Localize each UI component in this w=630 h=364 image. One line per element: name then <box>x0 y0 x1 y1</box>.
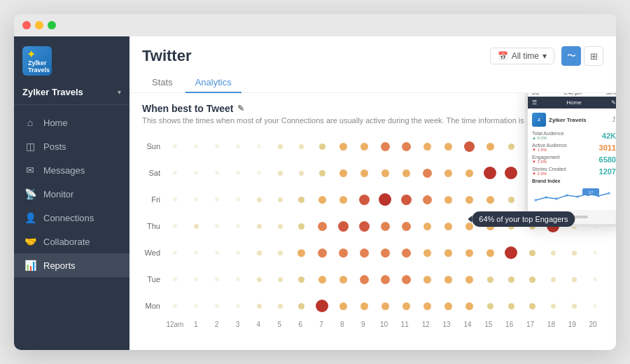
data-bubble <box>173 171 177 175</box>
mobile-mockup: DG 3:43 pm 36% ☰ Home ✎ Z Zylker Tra <box>525 93 616 227</box>
calendar-icon: 📅 <box>498 51 508 61</box>
data-bubble <box>508 276 514 283</box>
dot-cell <box>248 213 270 239</box>
data-bubble <box>529 303 536 309</box>
line-chart-view-btn[interactable]: 〜 <box>561 46 581 66</box>
dot-cell <box>312 293 332 319</box>
data-bubble <box>465 249 473 257</box>
data-bubble <box>215 224 219 228</box>
minimize-dot[interactable] <box>35 21 43 29</box>
dot-cell <box>270 213 290 239</box>
data-bubble <box>194 304 198 308</box>
connections-icon: 👤 <box>24 212 36 223</box>
data-bubble <box>278 171 283 176</box>
time-filter-button[interactable]: 📅 All time ▾ <box>490 48 554 64</box>
tab-analytics[interactable]: Analytics <box>186 73 241 93</box>
data-bubble <box>278 304 283 309</box>
dot-cell <box>248 186 270 213</box>
dot-cell <box>500 133 522 160</box>
dot-cell <box>500 213 522 239</box>
close-dot[interactable] <box>22 21 31 29</box>
sidebar-item-messages[interactable]: ✉ Messages <box>14 158 130 182</box>
dot-cell <box>227 160 248 186</box>
dot-cell <box>248 293 270 319</box>
data-bubble <box>484 167 496 179</box>
x-axis-label: 12am <box>164 321 186 328</box>
dot-cell <box>374 133 396 160</box>
dot-cell <box>206 160 227 186</box>
tab-stats[interactable]: Stats <box>142 73 183 93</box>
dot-cell <box>270 266 290 293</box>
row-label: Tue <box>142 275 164 284</box>
collaborate-icon: 🤝 <box>24 236 36 247</box>
data-bubble <box>215 144 219 148</box>
dot-cell <box>438 133 458 160</box>
sidebar-item-home[interactable]: ⌂ Home <box>14 111 130 134</box>
grid-view-btn[interactable]: ⊞ <box>584 46 603 66</box>
sidebar-item-home-label: Home <box>43 118 68 128</box>
dot-cell <box>332 133 354 160</box>
dot-cell <box>374 293 396 319</box>
dot-cell <box>206 133 227 160</box>
dot-cell <box>312 133 332 160</box>
x-axis-label: 16 <box>499 321 520 328</box>
data-bubble <box>465 223 473 230</box>
data-bubble <box>529 276 536 283</box>
dot-cell <box>396 213 416 239</box>
x-axis-label: 9 <box>353 321 374 328</box>
dot-cell <box>479 266 500 293</box>
dot-cell <box>500 293 522 319</box>
data-bubble <box>236 224 240 228</box>
x-axis-label: 18 <box>540 321 561 328</box>
dot-cell <box>522 239 542 266</box>
data-bubble <box>298 303 304 309</box>
dot-cell <box>206 239 227 266</box>
dot-cell <box>227 293 248 319</box>
time-label: 3:43 pm <box>564 93 582 95</box>
svg-point-3 <box>555 197 558 200</box>
row-label: Thu <box>142 222 164 230</box>
dot-cell <box>332 239 354 266</box>
sidebar-item-collaborate[interactable]: 🤝 Collaborate <box>14 230 130 253</box>
sidebar-item-connections[interactable]: 👤 Connections <box>14 206 130 230</box>
data-bubble <box>572 251 577 255</box>
sidebar-item-posts[interactable]: ◫ Posts <box>14 134 130 158</box>
time-filter-label: All time <box>512 51 539 61</box>
row-dots <box>164 239 606 266</box>
x-axis-label: 8 <box>332 321 353 328</box>
dot-cell <box>186 133 206 160</box>
dot-cell <box>354 266 374 293</box>
data-bubble <box>402 302 410 310</box>
maximize-dot[interactable] <box>48 21 56 29</box>
view-toggle: 〜 ⊞ <box>561 46 603 66</box>
edit-icon: ✎ <box>237 104 244 113</box>
data-bubble <box>551 277 556 282</box>
data-bubble <box>257 277 262 282</box>
data-bubble <box>257 251 262 255</box>
sidebar-brand[interactable]: Zylker Travels ▾ <box>14 83 130 105</box>
brand-index-label: Brand Index <box>532 178 616 183</box>
dot-cell <box>164 133 186 160</box>
dot-cell <box>227 213 248 239</box>
x-axis-label: 20 <box>582 321 603 328</box>
dot-cell <box>332 213 354 239</box>
data-bubble <box>551 304 556 309</box>
dot-cell <box>416 293 438 319</box>
dot-cell <box>500 160 522 186</box>
data-bubble <box>444 196 452 204</box>
sidebar-item-monitor[interactable]: 📡 Monitor <box>14 182 130 206</box>
mobile-stat-row: Active Audience▼ 1.5%3011 <box>532 143 616 152</box>
dot-cell <box>248 133 270 160</box>
sidebar-item-reports[interactable]: 📊 Reports <box>14 253 130 277</box>
dot-cell <box>186 266 206 293</box>
dot-cell <box>290 213 312 239</box>
dot-cell <box>374 213 396 239</box>
data-bubble <box>529 250 536 256</box>
monitor-icon: 📡 <box>24 188 36 200</box>
row-label: Wed <box>142 248 164 257</box>
data-bubble <box>465 276 473 284</box>
x-axis-label: 2 <box>206 321 227 328</box>
dot-cell <box>438 293 458 319</box>
dot-cell <box>458 266 479 293</box>
row-label: Sun <box>142 142 164 150</box>
